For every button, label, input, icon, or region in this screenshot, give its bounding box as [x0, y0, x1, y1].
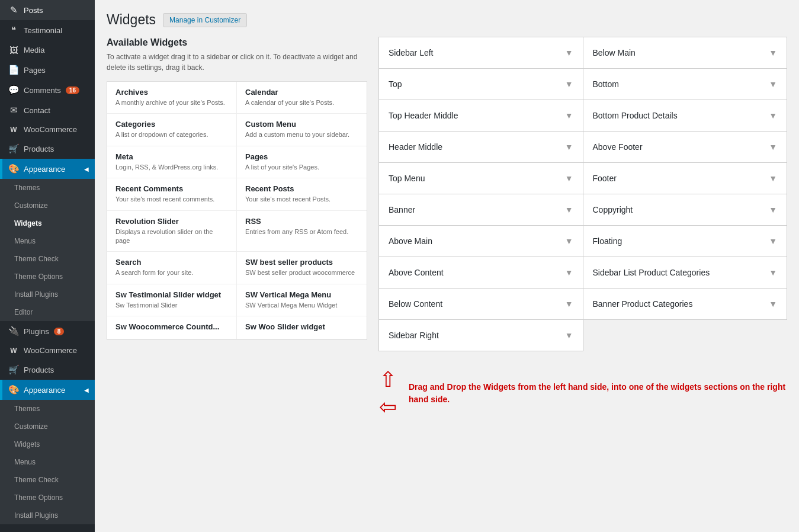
widget-section-item[interactable]: Coppyright ▼: [583, 194, 788, 226]
sidebar-sub-theme-check2[interactable]: Theme Check: [0, 471, 95, 489]
widget-name: Categories: [115, 120, 228, 129]
section-label: Banner: [389, 205, 415, 214]
widget-item[interactable]: Recent Comments Your site's most recent …: [107, 178, 237, 210]
section-label: Coppyright: [593, 205, 633, 214]
widget-section-item[interactable]: Sidebar List Product Categories ▼: [583, 257, 788, 289]
comments-badge: 16: [66, 86, 79, 94]
section-expand-arrow: ▼: [769, 268, 777, 277]
widget-item[interactable]: SW best seller products SW best seller p…: [237, 252, 367, 284]
widget-desc: A search form for your site.: [115, 268, 228, 277]
sections-grid: Sidebar Left ▼Below Main ▼Top ▼Bottom ▼T…: [379, 37, 787, 351]
section-label: Above Main: [389, 236, 432, 246]
widget-section-item[interactable]: Header Middle ▼: [378, 131, 583, 163]
widget-item[interactable]: Custom Menu Add a custom menu to your si…: [237, 114, 367, 146]
sidebar-item-customize[interactable]: Customize: [0, 197, 95, 214]
sidebar-item-editor[interactable]: Editor: [0, 303, 95, 321]
widget-section-item[interactable]: Banner Product Categories ▼: [583, 288, 788, 320]
sidebar-item-themes[interactable]: Themes: [0, 179, 95, 197]
available-widgets-panel: Available Widgets To activate a widget d…: [107, 37, 367, 340]
sidebar-sub-menus2[interactable]: Menus: [0, 453, 95, 471]
sidebar-item-posts[interactable]: ✎ Posts: [0, 0, 95, 20]
sidebar-item-plugins[interactable]: 🔌 Plugins 8: [0, 321, 95, 341]
widget-item[interactable]: RSS Entries from any RSS or Atom feed.: [237, 211, 367, 252]
widget-section-item[interactable]: Sidebar Right ▼: [378, 319, 583, 351]
sidebar-sub-widgets2[interactable]: Widgets: [0, 435, 95, 453]
sidebar-item-products[interactable]: 🛒 Products: [0, 139, 95, 159]
appearance2-icon: 🎨: [8, 384, 19, 395]
sidebar-item-comments[interactable]: 💬 Comments 16: [0, 80, 95, 100]
widget-section-item[interactable]: Above Footer ▼: [583, 131, 788, 163]
widget-desc: Sw Testimonial Slider: [115, 301, 228, 310]
widget-name: Search: [115, 258, 228, 267]
widget-item[interactable]: Archives A monthly archive of your site'…: [107, 82, 237, 114]
widget-section-item[interactable]: Above Content ▼: [378, 257, 583, 289]
sidebar-item-pages[interactable]: 📄 Pages: [0, 60, 95, 80]
section-expand-arrow: ▼: [565, 142, 573, 152]
section-expand-arrow: ▼: [769, 205, 777, 214]
section-label: Bottom Product Details: [593, 111, 678, 120]
widget-sections-panel: Sidebar Left ▼Below Main ▼Top ▼Bottom ▼T…: [379, 37, 787, 424]
section-expand-arrow: ▼: [565, 299, 573, 309]
widget-item[interactable]: Categories A list or dropdown of categor…: [107, 114, 237, 146]
sidebar-item-widgets[interactable]: Widgets: [0, 214, 95, 232]
page-header: Widgets Manage in Customizer: [107, 12, 787, 28]
sidebar-item-theme-options[interactable]: Theme Options: [0, 268, 95, 286]
sidebar-item-woocommerce[interactable]: W WooCommerce: [0, 120, 95, 139]
media-icon: 🖼: [8, 45, 19, 55]
sidebar-item-menus[interactable]: Menus: [0, 232, 95, 250]
widget-section-item[interactable]: Bottom ▼: [583, 68, 788, 100]
widget-item[interactable]: Calendar A calendar of your site's Posts…: [237, 82, 367, 114]
widget-section-item[interactable]: Above Main ▼: [378, 225, 583, 257]
widget-item[interactable]: Revolution Slider Displays a revolution …: [107, 211, 237, 252]
widget-desc: A calendar of your site's Posts.: [245, 98, 358, 107]
widget-item[interactable]: Search A search form for your site.: [107, 252, 237, 284]
sidebar-item-label: Posts: [24, 6, 43, 15]
widget-desc: Displays a revolution slider on the page: [115, 227, 228, 246]
sidebar-item-products2[interactable]: 🛒 Products: [0, 360, 95, 380]
widget-name: Meta: [115, 152, 228, 161]
sidebar-item-appearance2[interactable]: 🎨 Appearance ◀: [0, 380, 95, 400]
appearance2-arrow: ◀: [84, 387, 89, 393]
sidebar-item-woocommerce2[interactable]: W WooCommerce: [0, 341, 95, 360]
section-expand-arrow: ▼: [565, 236, 573, 246]
widget-section-item[interactable]: Top ▼: [378, 68, 583, 100]
sidebar-item-install-plugins[interactable]: Install Plugins: [0, 286, 95, 303]
section-label: Bottom: [593, 79, 619, 89]
widget-name: Revolution Slider: [115, 217, 228, 226]
widget-section-item[interactable]: Top Menu ▼: [378, 162, 583, 194]
widget-item[interactable]: Pages A list of your site's Pages.: [237, 146, 367, 178]
widget-desc: SW Vertical Mega Menu Widget: [245, 301, 358, 310]
sidebar-item-label2: Products: [24, 366, 54, 374]
widget-item[interactable]: Sw Woocommerce Countd...: [107, 316, 237, 339]
widget-section-item[interactable]: Banner ▼: [378, 194, 583, 226]
section-expand-arrow: ▼: [565, 79, 573, 89]
widget-section-item[interactable]: Floating ▼: [583, 225, 788, 257]
sidebar-sub-install-plugins2[interactable]: Install Plugins: [0, 507, 95, 524]
widget-section-item[interactable]: Below Main ▼: [583, 37, 788, 69]
widget-section-item[interactable]: Sidebar Left ▼: [378, 37, 583, 69]
widget-item[interactable]: Sw Woo Slider widget: [237, 316, 367, 339]
sidebar-item-media[interactable]: 🖼 Media: [0, 40, 95, 60]
widget-item[interactable]: Recent Posts Your site's most recent Pos…: [237, 178, 367, 210]
widget-section-item[interactable]: Footer ▼: [583, 162, 788, 194]
widget-section-item[interactable]: Bottom Product Details ▼: [583, 100, 788, 132]
section-label: Header Middle: [389, 142, 442, 152]
sidebar-sub-customize2[interactable]: Customize: [0, 418, 95, 435]
sidebar-sub-themes2[interactable]: Themes: [0, 400, 95, 418]
sidebar-item-theme-check[interactable]: Theme Check: [0, 250, 95, 268]
sidebar-item-appearance[interactable]: 🎨 Appearance ◀: [0, 159, 95, 179]
manage-in-customizer-button[interactable]: Manage in Customizer: [163, 13, 247, 27]
widget-section-item[interactable]: Top Header Middle ▼: [378, 100, 583, 132]
appearance-arrow: ◀: [84, 166, 89, 172]
widget-item[interactable]: SW Vertical Mega Menu SW Vertical Mega M…: [237, 284, 367, 316]
widget-item[interactable]: Meta Login, RSS, & WordPress.org links.: [107, 146, 237, 178]
widget-section-item[interactable]: Below Content ▼: [378, 288, 583, 320]
widget-name: Sw Woocommerce Countd...: [115, 322, 228, 331]
sidebar-sub-theme-options2[interactable]: Theme Options: [0, 489, 95, 507]
sidebar-item-contact[interactable]: ✉ Contact: [0, 100, 95, 120]
sidebar-item-testimonial[interactable]: ❝ Testimonial: [0, 20, 95, 40]
section-expand-arrow: ▼: [769, 236, 777, 246]
products2-icon: 🛒: [8, 364, 19, 375]
widget-item[interactable]: Sw Testimonial Slider widget Sw Testimon…: [107, 284, 237, 316]
menus2-label: Menus: [14, 458, 36, 466]
